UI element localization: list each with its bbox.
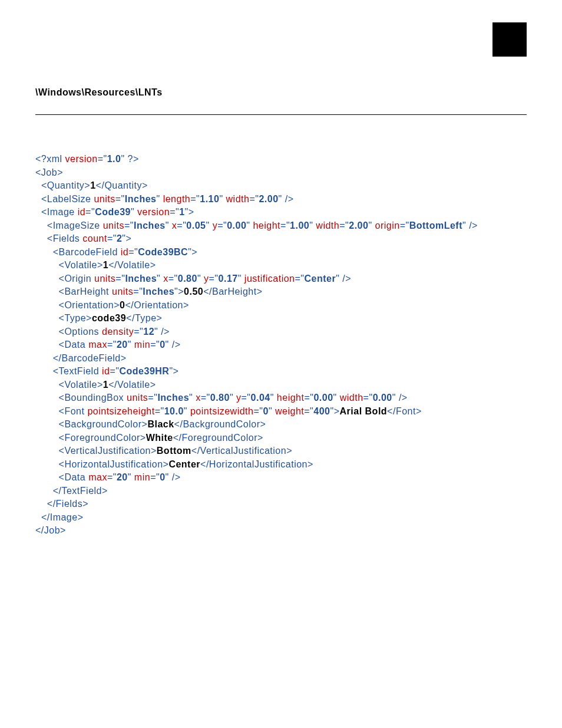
file-path-header: \Windows\Resources\LNTs bbox=[35, 87, 527, 98]
xml-code-block: <?xml version="1.0" ?> <Job> <Quantity>1… bbox=[35, 153, 527, 538]
corner-marker bbox=[492, 22, 527, 57]
divider bbox=[35, 114, 527, 115]
